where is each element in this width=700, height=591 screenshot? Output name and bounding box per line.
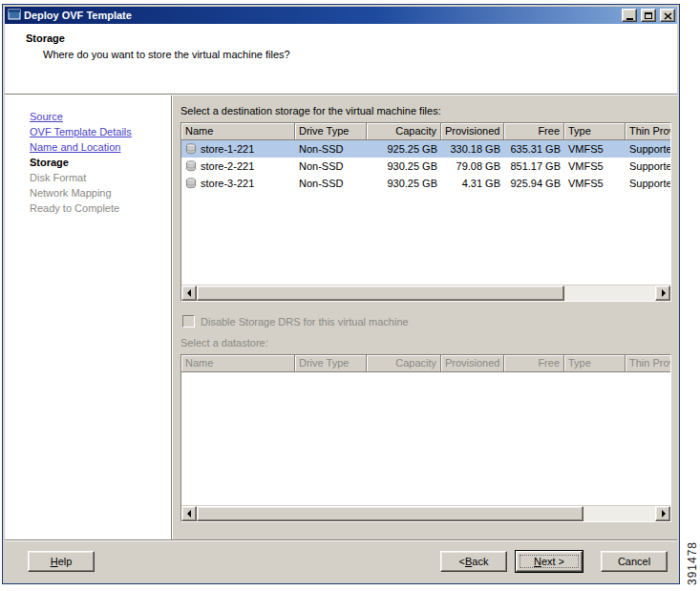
storage-table-body: store-1-221 Non-SSD 925.25 GB 330.18 GB …	[181, 140, 670, 192]
cell-provisioned: 4.31 GB	[441, 178, 504, 189]
maximize-button[interactable]	[641, 9, 656, 22]
destination-storage-label: Select a destination storage for the vir…	[180, 105, 671, 116]
cell-name: store-2-221	[181, 160, 295, 172]
next-label-post: ext >	[541, 556, 564, 567]
cancel-button[interactable]: Cancel	[601, 551, 668, 572]
cell-provisioned: 330.18 GB	[441, 143, 504, 155]
arrow-right-icon	[662, 289, 666, 297]
nav-step-ovf-template-details[interactable]: OVF Template Details	[30, 124, 171, 139]
cell-thin-provisioning: Supporte	[626, 160, 671, 172]
figure-number: 391478	[686, 541, 699, 585]
arrow-right-icon	[662, 510, 666, 517]
drs-checkbox-label: Disable Storage DRS for this virtual mac…	[201, 316, 409, 327]
deploy-ovf-template-dialog: Deploy OVF Template Storage Where do you…	[2, 4, 680, 584]
cell-type: VMFS5	[564, 143, 626, 155]
column-header-type[interactable]: Type	[564, 123, 626, 140]
cell-provisioned: 79.08 GB	[441, 160, 504, 172]
nav-step-disk-format: Disk Format	[30, 170, 171, 185]
datastore-table-header: Name Drive Type Capacity Provisioned Fre…	[181, 355, 670, 372]
cell-free: 925.94 GB	[504, 178, 564, 189]
column-header-thin-provisioning: Thin Provis	[626, 355, 671, 372]
cell-name: store-1-221	[181, 143, 295, 155]
window-title: Deploy OVF Template	[24, 10, 618, 21]
datastore-icon	[185, 160, 197, 172]
wizard-steps-nav: Source OVF Template Details Name and Loc…	[5, 95, 172, 539]
cell-name: store-3-221	[181, 178, 295, 189]
column-header-drive-type: Drive Type	[295, 355, 367, 372]
next-button[interactable]: Next >	[516, 551, 583, 572]
column-header-name[interactable]: Name	[181, 123, 295, 140]
back-label-accel: B	[465, 556, 472, 567]
titlebar[interactable]: Deploy OVF Template	[5, 7, 677, 24]
help-button[interactable]: Help	[28, 551, 95, 572]
cell-type: VMFS5	[564, 160, 626, 172]
cancel-label: Cancel	[618, 556, 650, 567]
nav-step-ready-to-complete: Ready to Complete	[30, 201, 171, 216]
column-header-free[interactable]: Free	[504, 123, 564, 140]
table-row-store-2-221[interactable]: store-2-221 Non-SSD 930.25 GB 79.08 GB 8…	[181, 158, 670, 175]
cell-drive-type: Non-SSD	[295, 178, 367, 189]
wizard-body: Source OVF Template Details Name and Loc…	[5, 95, 677, 539]
cell-drive-type: Non-SSD	[295, 160, 367, 172]
column-header-name: Name	[181, 355, 295, 372]
cell-capacity: 930.25 GB	[367, 160, 441, 172]
next-label-accel: N	[534, 556, 541, 567]
wizard-footer: Help < Back Next > Cancel	[5, 539, 677, 581]
destination-storage-table: Name Drive Type Capacity Provisioned Fre…	[180, 122, 671, 302]
column-header-capacity[interactable]: Capacity	[367, 123, 441, 140]
scroll-right-button[interactable]	[655, 285, 670, 301]
cell-drive-type: Non-SSD	[295, 143, 367, 155]
app-icon	[8, 8, 21, 23]
table-row-store-1-221[interactable]: store-1-221 Non-SSD 925.25 GB 330.18 GB …	[181, 140, 670, 158]
horizontal-scrollbar[interactable]	[181, 505, 670, 521]
horizontal-scrollbar[interactable]	[181, 285, 670, 301]
minimize-button[interactable]	[622, 9, 637, 22]
cell-thin-provisioning: Supporte	[626, 178, 671, 189]
cell-free: 851.17 GB	[504, 160, 564, 172]
arrow-left-icon	[187, 289, 191, 297]
page: Deploy OVF Template Storage Where do you…	[0, 0, 700, 591]
minimize-icon	[626, 18, 633, 20]
scroll-right-button[interactable]	[655, 506, 670, 521]
column-header-type: Type	[564, 355, 626, 372]
cell-capacity: 930.25 GB	[367, 178, 441, 189]
nav-step-network-mapping: Network Mapping	[30, 185, 171, 201]
column-header-drive-type[interactable]: Drive Type	[295, 123, 367, 140]
cell-capacity: 925.25 GB	[367, 143, 441, 155]
datastore-name: store-1-221	[201, 143, 254, 155]
nav-step-name-and-location[interactable]: Name and Location	[30, 139, 171, 155]
maximize-icon	[645, 12, 652, 19]
scrollbar-thumb[interactable]	[197, 506, 583, 521]
column-header-thin-provisioning[interactable]: Thin Prov	[626, 123, 671, 140]
help-label-post: elp	[58, 556, 73, 567]
drs-checkbox	[182, 315, 195, 327]
help-label-accel: H	[51, 556, 58, 567]
step-title: Storage	[26, 32, 677, 44]
back-button[interactable]: < Back	[440, 551, 507, 572]
storage-table-header: Name Drive Type Capacity Provisioned Fre…	[181, 123, 670, 140]
close-button[interactable]	[660, 9, 675, 22]
datastore-icon	[185, 143, 197, 155]
table-row-store-3-221[interactable]: store-3-221 Non-SSD 930.25 GB 4.31 GB 92…	[181, 175, 670, 192]
column-header-provisioned[interactable]: Provisioned	[441, 123, 504, 140]
cell-type: VMFS5	[564, 178, 626, 189]
scroll-left-button[interactable]	[181, 506, 197, 521]
scroll-left-button[interactable]	[181, 285, 197, 301]
select-datastore-label: Select a datastore:	[180, 337, 671, 348]
cell-thin-provisioning: Supporte	[626, 143, 671, 155]
close-icon	[664, 9, 672, 23]
datastore-table: Name Drive Type Capacity Provisioned Fre…	[180, 354, 671, 522]
scrollbar-thumb[interactable]	[197, 285, 564, 301]
nav-step-storage: Storage	[30, 155, 171, 170]
datastore-name: store-3-221	[201, 178, 254, 189]
arrow-left-icon	[187, 510, 191, 517]
cell-free: 635.31 GB	[504, 143, 564, 155]
step-content: Select a destination storage for the vir…	[172, 95, 677, 539]
column-header-provisioned: Provisioned	[441, 355, 504, 372]
nav-step-source[interactable]: Source	[30, 109, 171, 124]
back-label-post: ack	[472, 556, 488, 567]
datastore-name: store-2-221	[201, 160, 254, 172]
column-header-capacity: Capacity	[367, 355, 441, 372]
datastore-icon	[185, 178, 197, 189]
drs-checkbox-row: Disable Storage DRS for this virtual mac…	[182, 315, 671, 327]
